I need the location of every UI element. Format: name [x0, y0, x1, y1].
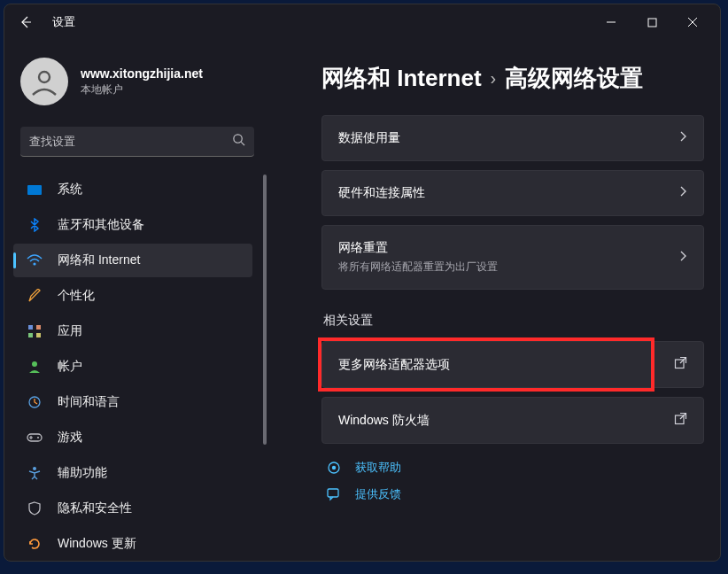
svg-rect-0	[648, 19, 656, 27]
nav-item-personalization[interactable]: 个性化	[13, 279, 252, 313]
main-content: 网络和 Internet › 高级网络设置 数据使用量 硬件和连接属性 网络重置…	[270, 40, 720, 561]
back-arrow-icon	[19, 15, 33, 29]
apps-icon	[26, 322, 43, 340]
section-heading-related: 相关设置	[323, 313, 704, 329]
settings-window: 设置 www	[4, 4, 721, 562]
svg-point-16	[332, 466, 336, 469]
accessibility-icon	[26, 464, 43, 482]
chevron-right-icon	[678, 130, 687, 146]
card-title: Windows 防火墙	[338, 413, 674, 429]
open-external-icon	[674, 356, 687, 373]
card-title: 数据使用量	[338, 130, 678, 146]
nav: 系统 蓝牙和其他设备 网络和 Internet	[4, 169, 270, 561]
nav-label: 游戏	[58, 430, 82, 446]
wifi-icon	[26, 252, 43, 269]
svg-point-12	[33, 467, 36, 470]
link-get-help[interactable]: 获取帮助	[325, 460, 704, 476]
nav-label: 辅助功能	[58, 465, 107, 481]
search-box[interactable]	[20, 127, 254, 157]
maximize-button[interactable]	[631, 8, 672, 36]
svg-point-2	[234, 135, 242, 143]
nav-label: 时间和语言	[58, 394, 120, 410]
window-controls	[591, 8, 713, 36]
sidebar-scrollbar[interactable]	[261, 175, 268, 561]
nav-item-network[interactable]: 网络和 Internet	[13, 244, 252, 277]
card-data-usage[interactable]: 数据使用量	[321, 115, 704, 161]
profile-block[interactable]: www.xitongzhijia.net 本地帐户	[4, 49, 270, 120]
nav-item-apps[interactable]: 应用	[13, 314, 252, 348]
nav-label: 应用	[58, 323, 82, 339]
update-icon	[26, 535, 43, 553]
clock-globe-icon	[26, 393, 43, 411]
chevron-right-icon	[678, 250, 687, 266]
open-external-icon	[674, 412, 687, 429]
avatar	[20, 58, 68, 105]
link-text: 获取帮助	[355, 460, 401, 476]
person-icon	[29, 66, 59, 97]
svg-point-1	[39, 72, 50, 82]
gamepad-icon	[26, 429, 43, 446]
back-button[interactable]	[12, 8, 40, 36]
feedback-icon	[325, 487, 343, 501]
shield-icon	[26, 500, 43, 517]
profile-name: www.xitongzhijia.net	[81, 66, 203, 81]
minimize-icon	[606, 17, 616, 27]
system-icon	[26, 181, 43, 198]
nav-label: Windows 更新	[58, 536, 136, 552]
svg-point-8	[32, 361, 37, 367]
link-text: 提供反馈	[355, 486, 401, 502]
bluetooth-icon	[26, 216, 43, 234]
help-icon	[325, 461, 343, 475]
close-icon	[687, 17, 698, 27]
link-give-feedback[interactable]: 提供反馈	[325, 486, 704, 502]
chevron-right-icon: ›	[491, 68, 497, 89]
titlebar: 设置	[4, 4, 720, 40]
card-windows-firewall[interactable]: Windows 防火墙	[321, 397, 704, 444]
card-title: 更多网络适配器选项	[338, 357, 674, 373]
profile-account-type: 本地帐户	[81, 82, 203, 97]
card-network-reset[interactable]: 网络重置 将所有网络适配器重置为出厂设置	[321, 225, 704, 290]
scrollbar-thumb[interactable]	[263, 175, 267, 445]
svg-rect-4	[28, 325, 33, 330]
nav-item-system[interactable]: 系统	[13, 173, 252, 206]
minimize-button[interactable]	[591, 8, 631, 36]
nav-item-accounts[interactable]: 帐户	[13, 350, 252, 384]
close-button[interactable]	[672, 8, 713, 36]
window-title: 设置	[52, 14, 75, 30]
nav-label: 蓝牙和其他设备	[58, 217, 144, 233]
sidebar: www.xitongzhijia.net 本地帐户 系统	[4, 40, 270, 561]
svg-point-11	[37, 437, 39, 438]
profile-text: www.xitongzhijia.net 本地帐户	[81, 66, 203, 97]
nav-item-privacy[interactable]: 隐私和安全性	[13, 492, 252, 525]
nav-label: 帐户	[58, 359, 82, 375]
svg-point-3	[33, 262, 35, 265]
svg-rect-6	[28, 333, 33, 337]
maximize-icon	[647, 18, 657, 27]
card-title: 网络重置	[338, 240, 678, 256]
search-icon	[232, 133, 245, 150]
svg-rect-5	[36, 325, 41, 330]
card-more-adapter-options[interactable]: 更多网络适配器选项	[321, 341, 704, 388]
nav-label: 个性化	[58, 288, 95, 304]
account-icon	[26, 358, 43, 376]
nav-label: 隐私和安全性	[58, 500, 132, 516]
chevron-right-icon	[678, 185, 687, 201]
page-title: 高级网络设置	[505, 63, 643, 94]
svg-rect-17	[328, 489, 338, 497]
search-input[interactable]	[29, 135, 232, 148]
nav-label: 网络和 Internet	[58, 252, 140, 268]
nav-item-gaming[interactable]: 游戏	[13, 421, 252, 454]
nav-item-windowsupdate[interactable]: Windows 更新	[13, 527, 252, 561]
card-title: 硬件和连接属性	[338, 185, 678, 201]
svg-rect-7	[36, 333, 41, 337]
nav-label: 系统	[58, 182, 82, 198]
nav-item-accessibility[interactable]: 辅助功能	[13, 456, 252, 490]
nav-item-bluetooth[interactable]: 蓝牙和其他设备	[13, 208, 252, 242]
breadcrumb-parent[interactable]: 网络和 Internet	[321, 63, 482, 94]
breadcrumb: 网络和 Internet › 高级网络设置	[321, 63, 704, 94]
nav-item-time[interactable]: 时间和语言	[13, 385, 252, 419]
card-subtitle: 将所有网络适配器重置为出厂设置	[338, 260, 678, 275]
brush-icon	[26, 287, 43, 305]
card-hardware-properties[interactable]: 硬件和连接属性	[321, 170, 704, 216]
